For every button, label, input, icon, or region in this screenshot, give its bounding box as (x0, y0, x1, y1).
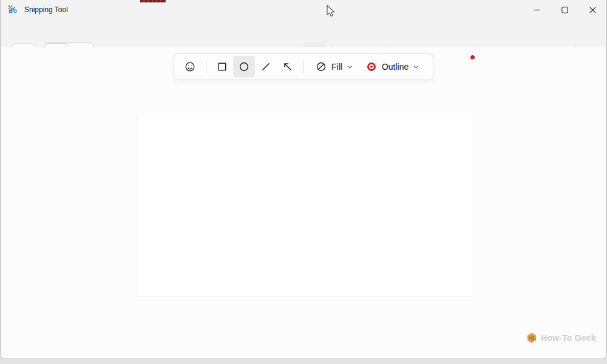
howtogeek-logo-icon (526, 332, 537, 343)
red-ring-icon (365, 61, 378, 73)
shapes-separator (206, 60, 206, 73)
no-fill-icon (315, 61, 327, 73)
ellipse-shape-button[interactable] (233, 56, 255, 78)
titlebar: Snipping Tool (1, 0, 606, 19)
window-title: Snipping Tool (24, 5, 68, 14)
editor-area (1, 47, 606, 359)
snipping-tool-window: Snipping Tool (0, 0, 607, 359)
watermark: How-To Geek (526, 332, 596, 343)
rectangle-shape-button[interactable] (211, 56, 233, 78)
arrow-shape-button[interactable] (277, 56, 299, 78)
fill-dropdown[interactable]: Fill (309, 56, 359, 78)
line-shape-button[interactable] (255, 56, 277, 78)
outline-dropdown[interactable]: Outline (359, 56, 426, 78)
maximize-button[interactable] (551, 0, 578, 19)
close-icon (589, 7, 596, 13)
minimize-button[interactable] (523, 0, 551, 19)
main-toolbar: • • • (1, 19, 606, 47)
emoji-icon (184, 61, 196, 73)
chevron-down-icon (347, 64, 353, 70)
shapes-flyout-toolbar: Fill Outline (174, 53, 433, 80)
watermark-text: How-To Geek (541, 333, 596, 343)
caption-buttons (523, 0, 606, 19)
top-edge-artifact (140, 0, 166, 2)
square-icon (216, 61, 228, 73)
arrow-icon (282, 61, 294, 73)
circle-icon (238, 61, 250, 73)
red-dot-artifact (470, 55, 475, 59)
chevron-down-icon (413, 64, 419, 70)
maximize-icon (561, 7, 568, 13)
line-icon (260, 61, 272, 73)
shapes-separator (304, 60, 304, 73)
fill-label: Fill (331, 62, 342, 72)
snip-canvas[interactable] (138, 116, 472, 296)
emoji-button[interactable] (179, 56, 201, 78)
minimize-icon (534, 7, 540, 13)
close-button[interactable] (578, 0, 606, 19)
outline-label: Outline (382, 62, 409, 72)
snipping-tool-app-icon (8, 5, 18, 15)
